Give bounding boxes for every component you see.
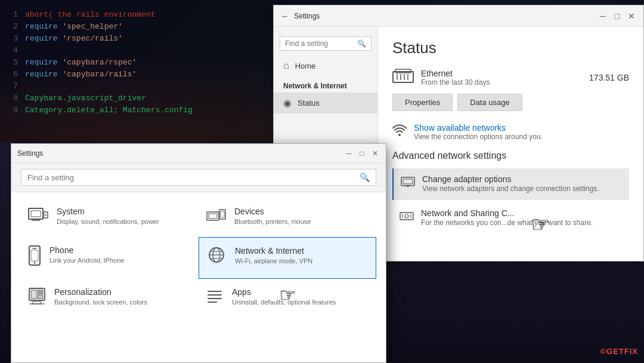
window-title-front: Settings	[17, 149, 43, 158]
phone-title: Phone	[49, 245, 124, 255]
settings-text-phone: Phone Link your Android, iPhone	[49, 245, 124, 265]
settings-text-network: Network & Internet Wi-Fi, airplane mode,…	[235, 246, 312, 266]
sidebar-item-home-back[interactable]: ⌂ Home	[274, 56, 377, 76]
advanced-heading: Advanced network settings	[392, 150, 629, 161]
settings-window-front: Settings ─ □ ✕ 🔍	[11, 143, 386, 363]
svg-rect-37	[38, 295, 43, 299]
watermark: ©GETFIX	[600, 347, 638, 356]
ethernet-card: Ethernet From the last 30 days 173.51 GB	[392, 67, 629, 88]
show-networks: Show available networks View the connect…	[392, 123, 629, 141]
title-left: ← Settings	[281, 11, 320, 21]
minimize-button-front[interactable]: ─	[344, 149, 354, 158]
code-line-5: 5 require 'capybara/rspec'	[6, 57, 268, 69]
section-label-back: Network & Internet	[274, 76, 377, 93]
settings-text-apps: Apps Uninstall, defaults, optional featu…	[232, 287, 336, 307]
search-bar-back[interactable]: 🔍	[280, 36, 371, 51]
adv-title-1: Network and Sharing C...	[421, 208, 593, 218]
svg-rect-23	[219, 210, 225, 219]
svg-rect-38	[33, 302, 41, 304]
watermark-brand: GETFIX	[606, 347, 638, 356]
svg-rect-15	[31, 211, 41, 217]
adv-text-0: Change adapter options View network adap…	[422, 174, 599, 194]
apps-icon	[206, 287, 224, 309]
apps-title: Apps	[232, 287, 336, 297]
advanced-section: Advanced network settings Change adapter…	[392, 150, 629, 234]
adapter-icon	[401, 176, 415, 191]
code-line-9: 9 Category.delete_all; Matchers.config	[6, 104, 268, 116]
ethernet-info: Ethernet From the last 30 days	[421, 69, 582, 87]
sidebar-item-status-back[interactable]: ◉ Status	[274, 93, 377, 113]
svg-rect-35	[31, 290, 37, 299]
personalization-sub: Background, lock screen, colors	[54, 298, 147, 307]
code-line-6: 6 require 'capybara/rails'	[6, 69, 268, 81]
ethernet-size: 173.51 GB	[589, 73, 629, 82]
code-line-1: 1 abort( the rails environment	[6, 9, 268, 21]
data-usage-button[interactable]: Data usage	[457, 94, 522, 111]
settings-item-personalization[interactable]: Personalization Background, lock screen,…	[21, 279, 199, 318]
show-networks-title[interactable]: Show available networks	[414, 123, 543, 133]
network-title: Network & Internet	[235, 246, 312, 256]
svg-point-28	[34, 262, 36, 264]
devices-icon	[206, 207, 226, 229]
search-bar-front: 🔍	[11, 163, 386, 192]
adv-title-0: Change adapter options	[422, 174, 599, 184]
window-controls-back: ─ □ ✕	[598, 11, 636, 21]
search-wrap-front[interactable]: 🔍	[21, 169, 376, 186]
system-icon	[28, 207, 48, 229]
properties-button[interactable]: Properties	[392, 94, 453, 111]
search-icon-back: 🔍	[357, 39, 366, 48]
svg-rect-36	[38, 290, 43, 294]
show-networks-text: Show available networks View the connect…	[414, 123, 543, 141]
adv-sub-1: For the networks you con...de what you w…	[421, 218, 593, 228]
maximize-button-front[interactable]: □	[357, 149, 367, 158]
status-label-back: Status	[298, 99, 320, 107]
code-line-4: 4	[6, 45, 268, 57]
settings-item-devices[interactable]: Devices Bluetooth, printers, mouse	[199, 198, 376, 237]
svg-rect-18	[44, 212, 48, 218]
back-arrow-icon[interactable]: ←	[281, 11, 289, 21]
search-input-back[interactable]	[285, 39, 355, 48]
svg-rect-24	[221, 211, 224, 217]
ethernet-name: Ethernet	[421, 69, 582, 78]
wifi-icon	[392, 124, 407, 140]
window-controls-front: ─ □ ✕	[344, 149, 380, 158]
network-icon	[206, 246, 227, 268]
personalization-icon	[28, 287, 46, 310]
minimize-button-back[interactable]: ─	[598, 11, 608, 21]
code-line-7: 7	[6, 81, 268, 93]
settings-grid: System Display, sound, notifications, po…	[21, 198, 376, 318]
code-line-2: 2 require 'spec_helper'	[6, 21, 268, 33]
svg-rect-22	[209, 214, 217, 219]
front-body: System Display, sound, notifications, po…	[11, 192, 386, 362]
watermark-symbol: ©	[600, 347, 606, 356]
settings-text-devices: Devices Bluetooth, printers, mouse	[234, 207, 311, 226]
ethernet-icon	[392, 67, 414, 88]
personalization-title: Personalization	[54, 287, 147, 297]
svg-point-11	[405, 214, 408, 218]
settings-text-system: System Display, sound, notifications, po…	[57, 207, 159, 226]
search-icon-front: 🔍	[360, 173, 370, 182]
devices-sub: Bluetooth, printers, mouse	[234, 217, 311, 226]
maximize-button-back[interactable]: □	[612, 11, 622, 21]
ethernet-sub: From the last 30 days	[421, 78, 582, 87]
show-networks-sub: View the connection options around you.	[414, 133, 543, 141]
svg-rect-27	[31, 250, 38, 261]
settings-item-apps[interactable]: Apps Uninstall, defaults, optional featu…	[199, 279, 376, 318]
system-title: System	[57, 207, 159, 216]
system-sub: Display, sound, notifications, power	[57, 217, 159, 226]
adv-item-1[interactable]: Network and Sharing C... For the network…	[392, 202, 629, 234]
settings-item-system[interactable]: System Display, sound, notifications, po…	[21, 198, 199, 237]
devices-title: Devices	[234, 207, 311, 216]
network-sub: Wi-Fi, airplane mode, VPN	[235, 257, 312, 266]
page-heading-back: Status	[392, 39, 629, 57]
phone-icon	[28, 245, 41, 270]
close-button-front[interactable]: ✕	[370, 149, 380, 158]
settings-text-personalization: Personalization Background, lock screen,…	[54, 287, 147, 307]
settings-item-network[interactable]: Network & Internet Wi-Fi, airplane mode,…	[199, 237, 376, 279]
status-icon-back: ◉	[283, 97, 292, 109]
home-icon-back: ⌂	[283, 60, 289, 71]
settings-item-phone[interactable]: Phone Link your Android, iPhone	[21, 237, 199, 279]
close-button-back[interactable]: ✕	[627, 11, 636, 21]
search-input-front[interactable]	[27, 173, 356, 182]
adv-item-0[interactable]: Change adapter options View network adap…	[392, 168, 629, 200]
